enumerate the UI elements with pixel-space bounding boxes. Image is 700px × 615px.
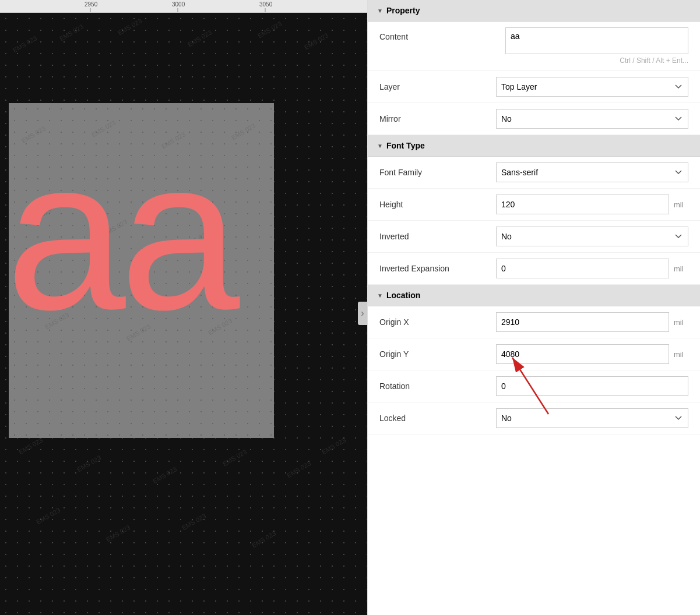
- panel-collapse-handle[interactable]: [358, 302, 367, 325]
- height-label: Height: [379, 200, 496, 209]
- inverted-expansion-row: Inverted Expansion mil: [368, 253, 700, 285]
- mirror-label: Mirror: [379, 114, 496, 123]
- height-input[interactable]: [496, 195, 669, 214]
- inverted-row: Inverted No Yes: [368, 221, 700, 253]
- inverted-expansion-unit: mil: [674, 264, 688, 273]
- locked-row: Locked No Yes: [368, 402, 700, 434]
- font-type-section-header: ▼ Font Type: [368, 135, 700, 157]
- rotation-input[interactable]: [496, 376, 688, 396]
- layer-label: Layer: [379, 82, 496, 91]
- mirror-select[interactable]: No Yes: [496, 109, 688, 129]
- origin-y-row: Origin Y mil: [368, 338, 700, 370]
- origin-y-unit: mil: [674, 350, 688, 359]
- locked-select[interactable]: No Yes: [496, 408, 688, 428]
- font-family-row: Font Family Sans-serif Serif Monospace: [368, 157, 700, 189]
- locked-label: Locked: [379, 413, 496, 423]
- aa-display-text: aa: [6, 126, 234, 342]
- right-panel: ▼ Property Content aa Ctrl / Shift / Alt…: [367, 0, 700, 615]
- inverted-expansion-input[interactable]: [496, 259, 669, 278]
- font-type-header-label: Font Type: [386, 141, 425, 150]
- layer-select[interactable]: Top Layer Bottom Layer: [496, 77, 688, 97]
- property-header-label: Property: [386, 6, 420, 15]
- height-unit: mil: [674, 200, 688, 209]
- origin-y-label: Origin Y: [379, 349, 496, 359]
- canvas-area: 2950 3000 3050 EMS 023 EMS 023 EMS 023 E…: [0, 0, 367, 615]
- mirror-row: Mirror No Yes: [368, 103, 700, 135]
- inverted-select[interactable]: No Yes: [496, 227, 688, 246]
- origin-x-label: Origin X: [379, 317, 496, 327]
- inverted-expansion-label: Inverted Expansion: [379, 264, 496, 273]
- font-family-label: Font Family: [379, 168, 496, 177]
- property-section-header: ▼ Property: [368, 0, 700, 22]
- height-row: Height mil: [368, 189, 700, 221]
- origin-x-row: Origin X mil: [368, 306, 700, 338]
- ruler-lines: [0, 8, 367, 13]
- location-collapse-icon[interactable]: ▼: [377, 292, 383, 299]
- ruler-tick-3050: 3050: [259, 1, 272, 8]
- location-section-header: ▼ Location: [368, 285, 700, 306]
- origin-y-input[interactable]: [496, 344, 669, 364]
- content-input[interactable]: aa: [505, 27, 688, 54]
- font-family-select[interactable]: Sans-serif Serif Monospace: [496, 162, 688, 182]
- property-collapse-icon[interactable]: ▼: [377, 8, 383, 14]
- content-field-row: Content aa Ctrl / Shift / Alt + Ent...: [368, 22, 700, 71]
- font-type-collapse-icon[interactable]: ▼: [377, 143, 383, 149]
- origin-x-unit: mil: [674, 318, 688, 327]
- origin-x-input[interactable]: [496, 312, 669, 332]
- location-header-label: Location: [386, 291, 420, 300]
- canvas-content: EMS 023 EMS 023 EMS 023 EMS 023 EMS 023 …: [0, 13, 367, 615]
- content-label: Content: [379, 27, 496, 41]
- content-hint: Ctrl / Shift / Alt + Ent...: [505, 56, 688, 65]
- ruler-top: 2950 3000 3050: [0, 0, 367, 13]
- ruler-tick-2950: 2950: [85, 1, 97, 8]
- layer-row: Layer Top Layer Bottom Layer: [368, 71, 700, 103]
- ruler-tick-3000: 3000: [172, 1, 185, 8]
- inverted-label: Inverted: [379, 232, 496, 241]
- rotation-label: Rotation: [379, 381, 496, 391]
- rotation-row: Rotation: [368, 370, 700, 402]
